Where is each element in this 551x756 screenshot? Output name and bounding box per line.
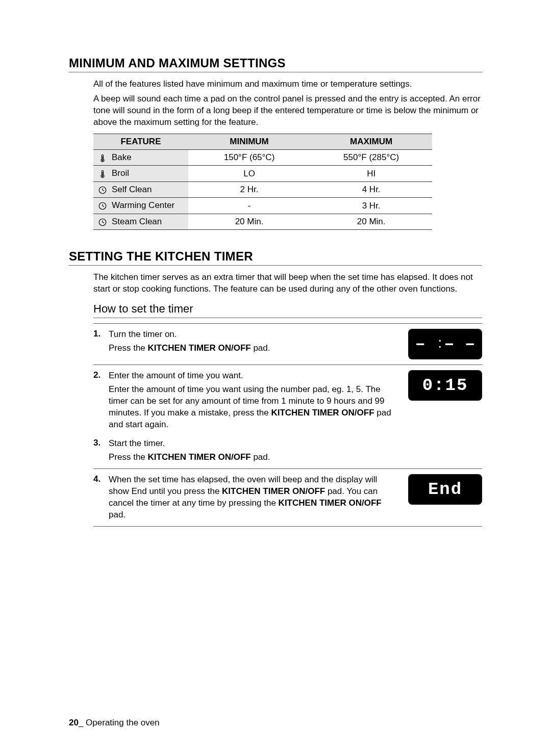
min-cell: 20 Min.: [188, 214, 310, 230]
step-detail: Enter the amount of time you want using …: [109, 384, 397, 431]
step-detail: When the set time has elapsed, the oven …: [109, 474, 397, 521]
min-cell: -: [188, 198, 310, 214]
intro-para-2: A beep will sound each time a pad on the…: [93, 93, 482, 128]
clock-icon: [96, 185, 109, 195]
feature-cell: Bake: [93, 149, 188, 166]
thermometer-icon: [96, 152, 109, 163]
oven-display: End: [408, 474, 482, 505]
table-row: Steam Clean20 Min.20 Min.: [93, 214, 432, 230]
table-row: BroilLOHI: [93, 166, 432, 182]
step-title: Enter the amount of time you want.: [109, 370, 397, 382]
th-max: MAXIMUM: [310, 134, 432, 149]
heading-kitchen-timer: SETTING THE KITCHEN TIMER: [69, 249, 482, 266]
steps-list: 1.Turn the timer on.Press the KITCHEN TI…: [93, 323, 482, 526]
step-title: Turn the timer on.: [109, 329, 397, 341]
th-feature: FEATURE: [93, 134, 188, 149]
step-number: 2.: [93, 370, 104, 380]
clock-icon: [96, 217, 109, 227]
feature-label: Bake: [112, 152, 132, 162]
feature-cell: Warming Center: [93, 198, 188, 214]
min-cell: 150°F (65°C): [188, 149, 310, 166]
feature-label: Self Clean: [112, 185, 152, 194]
settings-table: FEATURE MINIMUM MAXIMUM Bake150°F (65°C)…: [93, 134, 432, 230]
feature-label: Broil: [112, 168, 129, 178]
clock-icon: [96, 201, 109, 211]
intro-para-1: All of the features listed have minimum …: [93, 79, 482, 90]
feature-label: Steam Clean: [112, 217, 162, 226]
max-cell: 4 Hr.: [310, 181, 432, 198]
footer-label: _ Operating the oven: [79, 718, 160, 727]
step-body: Turn the timer on.Press the KITCHEN TIME…: [109, 329, 403, 354]
feature-cell: Broil: [93, 166, 188, 182]
feature-cell: Steam Clean: [93, 214, 188, 230]
th-min: MINIMUM: [188, 134, 310, 149]
feature-label: Warming Center: [112, 200, 174, 210]
min-cell: 2 Hr.: [188, 181, 310, 198]
step-body: Enter the amount of time you want.Enter …: [109, 370, 403, 431]
step-number: 1.: [93, 329, 104, 339]
step-body: Start the timer.Press the KITCHEN TIMER …: [109, 438, 482, 463]
feature-cell: Self Clean: [93, 181, 188, 198]
timer-intro: The kitchen timer serves as an extra tim…: [93, 272, 482, 295]
oven-display: – ··– –: [408, 329, 482, 359]
min-cell: LO: [188, 166, 310, 182]
page-number: 20: [69, 718, 79, 727]
step-body: When the set time has elapsed, the oven …: [109, 474, 403, 521]
max-cell: 20 Min.: [310, 214, 432, 230]
max-cell: HI: [310, 166, 432, 182]
max-cell: 3 Hr.: [310, 198, 432, 214]
step-row: 3.Start the timer.Press the KITCHEN TIME…: [93, 433, 482, 469]
step-detail: Press the KITCHEN TIMER ON/OFF pad.: [109, 452, 476, 463]
table-row: Warming Center-3 Hr.: [93, 198, 432, 214]
step-row: 2.Enter the amount of time you want.Ente…: [93, 365, 482, 433]
oven-display: 0:15: [408, 370, 482, 401]
step-number: 3.: [93, 438, 104, 448]
step-row: 1.Turn the timer on.Press the KITCHEN TI…: [93, 323, 482, 365]
step-row: 4.When the set time has elapsed, the ove…: [93, 469, 482, 527]
step-detail: Press the KITCHEN TIMER ON/OFF pad.: [109, 343, 397, 354]
thermometer-icon: [96, 169, 109, 179]
step-title: Start the timer.: [109, 438, 476, 450]
page-footer: 20_ Operating the oven: [69, 718, 160, 728]
heading-min-max: MINIMUM AND MAXIMUM SETTINGS: [69, 56, 482, 72]
step-number: 4.: [93, 474, 104, 484]
max-cell: 550°F (285°C): [310, 149, 432, 166]
subheading-how-to-set: How to set the timer: [93, 302, 482, 318]
table-row: Bake150°F (65°C)550°F (285°C): [93, 149, 432, 166]
table-row: Self Clean2 Hr.4 Hr.: [93, 181, 432, 198]
